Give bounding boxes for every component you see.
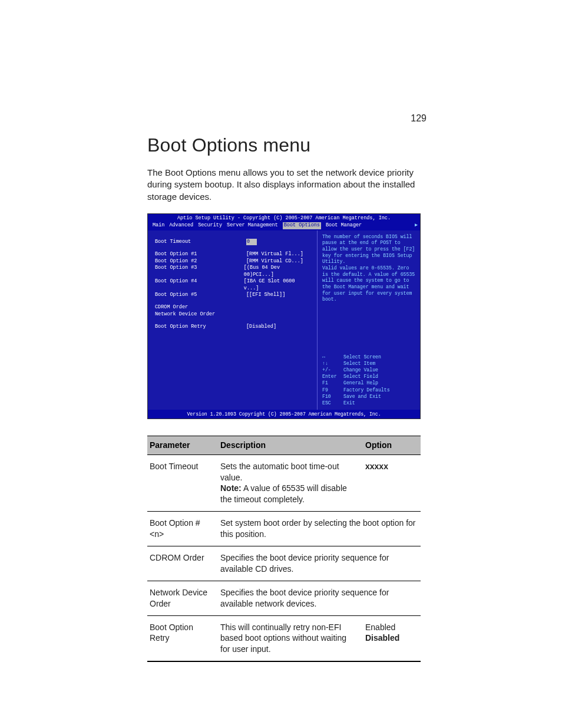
key-row: F10Save and Exit — [322, 393, 416, 400]
bios-value: [RMM Virtual Fl...] — [246, 251, 303, 258]
bios-label: Boot Option #4 — [155, 278, 244, 292]
bios-left-pane: Boot Timeout 0 Boot Option #1 [RMM Virtu… — [148, 230, 317, 410]
table-row: Boot Option #<n> Set system boot order b… — [147, 512, 421, 546]
bios-value-selected[interactable]: 0 — [246, 239, 257, 245]
cell-option: Enabled Disabled — [363, 615, 421, 661]
cell-desc: Specifies the boot device priority seque… — [218, 581, 421, 615]
bios-row-cdrom[interactable]: CDROM Order — [155, 304, 311, 311]
bios-tab-boot-manager[interactable]: Boot Manager — [326, 222, 362, 229]
bios-row-retry[interactable]: Boot Option Retry [Disabled] — [155, 324, 311, 330]
table-row: Boot Option Retry This will continually … — [147, 615, 421, 661]
table-row: Boot Timeout Sets the automatic boot tim… — [147, 454, 421, 512]
bios-label: Boot Timeout — [155, 239, 246, 245]
key-row: +/-Change Value — [322, 367, 416, 373]
key-desc: Select Field — [343, 373, 378, 380]
key-row: F9Factory Defaults — [322, 387, 416, 393]
key-row: ESCExit — [322, 400, 416, 406]
bios-label: Network Device Order — [155, 311, 215, 318]
cell-param: Boot Timeout — [147, 454, 218, 512]
page-number: 129 — [411, 113, 427, 124]
intro-paragraph: The Boot Options menu allows you to set … — [147, 167, 421, 203]
bios-help-text: The number of seconds BIOS will pause at… — [322, 234, 416, 303]
bios-header: Aptio Setup Utility - Copyright (C) 2005… — [148, 214, 420, 222]
key: ESC — [322, 400, 343, 406]
table-header-row: Parameter Description Option — [147, 436, 421, 454]
cell-param: Boot Option Retry — [147, 615, 218, 661]
key: F9 — [322, 387, 343, 393]
bios-label: Boot Option #1 — [155, 251, 246, 258]
header-parameter: Parameter — [147, 436, 218, 454]
opt-value: Enabled — [365, 622, 395, 632]
bios-tab-server-management[interactable]: Server Management — [227, 222, 278, 229]
key-desc: Select Item — [343, 360, 375, 367]
key-row: ↔Select Screen — [322, 354, 416, 360]
parameter-table: Parameter Description Option Boot Timeou… — [147, 436, 421, 662]
key-row: EnterSelect Field — [322, 373, 416, 380]
opt-value: xxxxx — [365, 462, 388, 471]
bios-value: [Disabled] — [246, 324, 276, 330]
bios-tab-security[interactable]: Security — [198, 222, 222, 229]
key: Enter — [322, 373, 343, 380]
cell-option: xxxxx — [363, 454, 421, 512]
header-option: Option — [363, 436, 421, 454]
bios-row-option-3[interactable]: Boot Option #3 [(Bus 04 Dev 00)PCI...] — [155, 265, 311, 278]
cell-param: CDROM Order — [147, 546, 218, 581]
page-title: Boot Options menu — [147, 134, 421, 156]
bios-tab-main[interactable]: Main — [153, 222, 164, 229]
content-area: Boot Options menu The Boot Options menu … — [147, 134, 421, 662]
bios-row-option-5[interactable]: Boot Option #5 [[EFI Shell]] — [155, 292, 311, 298]
key: ↔ — [322, 354, 343, 360]
bios-row-option-2[interactable]: Boot Option #2 [RMM Virtual CD...] — [155, 258, 311, 265]
cell-desc: Sets the automatic boot time-out value. … — [218, 454, 363, 512]
bios-label: Boot Option #2 — [155, 258, 246, 265]
bios-menubar: Main Advanced Security Server Management… — [148, 222, 420, 230]
bios-right-pane: The number of seconds BIOS will pause at… — [317, 230, 420, 410]
desc-line: Sets the automatic boot time-out value. — [220, 462, 339, 482]
bios-tab-advanced[interactable]: Advanced — [169, 222, 193, 229]
key-desc: Exit — [343, 400, 355, 406]
arrow-right-icon: ▶ — [415, 222, 418, 229]
table-row: Network Device Order Specifies the boot … — [147, 581, 421, 615]
key: ↑↓ — [322, 360, 343, 367]
bios-label: Boot Option #3 — [155, 265, 244, 278]
key: F1 — [322, 380, 343, 386]
bios-key-legend: ↔Select Screen ↑↓Select Item +/-Change V… — [322, 354, 416, 406]
cell-desc: This will continually retry non-EFI base… — [218, 615, 363, 661]
bios-tab-boot-options[interactable]: Boot Options — [283, 222, 321, 229]
cell-param: Boot Option #<n> — [147, 512, 218, 546]
cell-desc: Set system boot order by selecting the b… — [218, 512, 421, 546]
key: +/- — [322, 367, 343, 373]
key-desc: Save and Exit — [343, 393, 381, 400]
bios-row-option-1[interactable]: Boot Option #1 [RMM Virtual Fl...] — [155, 251, 311, 258]
bios-value: [(Bus 04 Dev 00)PCI...] — [244, 265, 311, 278]
bios-row-timeout[interactable]: Boot Timeout 0 — [155, 239, 311, 245]
cell-param: Network Device Order — [147, 581, 218, 615]
bios-label: Boot Option Retry — [155, 324, 246, 330]
key-desc: Change Value — [343, 367, 378, 373]
bios-value: [[EFI Shell]] — [246, 292, 285, 298]
bios-footer: Version 1.20.1093 Copyright (C) 2005-200… — [148, 410, 420, 419]
cell-desc: Specifies the boot device priority seque… — [218, 546, 421, 581]
note-label: Note: — [220, 483, 242, 493]
key-desc: Factory Defaults — [343, 387, 390, 393]
page: 129 Boot Options menu The Boot Options m… — [0, 0, 562, 728]
key-desc: Select Screen — [343, 354, 381, 360]
bios-row-option-4[interactable]: Boot Option #4 [IBA GE Slot 0600 v...] — [155, 278, 311, 292]
bios-screenshot: Aptio Setup Utility - Copyright (C) 2005… — [147, 213, 421, 419]
key-row: F1General Help — [322, 380, 416, 386]
bios-label: CDROM Order — [155, 304, 246, 311]
key-desc: General Help — [343, 380, 378, 386]
bios-label: Boot Option #5 — [155, 292, 246, 298]
key: F10 — [322, 393, 343, 400]
header-description: Description — [218, 436, 363, 454]
bios-value: [IBA GE Slot 0600 v...] — [244, 278, 311, 292]
bios-value: [RMM Virtual CD...] — [246, 258, 303, 265]
opt-value: Disabled — [365, 633, 399, 643]
bios-body: Boot Timeout 0 Boot Option #1 [RMM Virtu… — [148, 230, 420, 410]
bios-row-netdev[interactable]: Network Device Order — [155, 311, 311, 318]
table-row: CDROM Order Specifies the boot device pr… — [147, 546, 421, 581]
key-row: ↑↓Select Item — [322, 360, 416, 367]
